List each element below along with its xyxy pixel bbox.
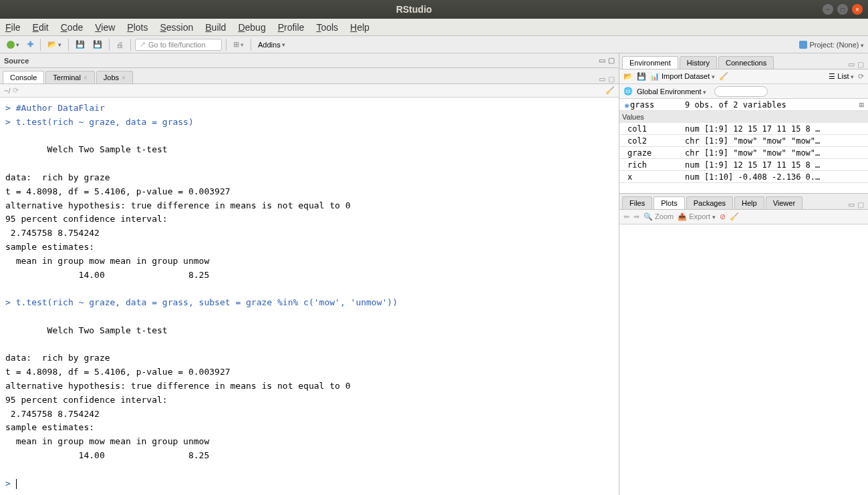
- grid-button[interactable]: ⊞ ▾: [231, 39, 247, 49]
- plots-maximize-icon[interactable]: ▢: [857, 200, 864, 209]
- plot-remove-icon[interactable]: ⊘: [720, 212, 726, 221]
- console-working-dir[interactable]: ~/: [4, 87, 10, 95]
- plots-tabs: FilesPlotsPackagesHelpViewer▭ ▢: [619, 194, 868, 210]
- plots-toolbar: ⬅ ➡ 🔍 Zoom 📤 Export ⊘ 🧹: [619, 210, 868, 224]
- tab-console[interactable]: Console: [3, 71, 44, 84]
- new-project-button[interactable]: ✚: [25, 39, 36, 49]
- menu-build[interactable]: Build: [205, 22, 226, 33]
- env-save-icon[interactable]: 💾: [637, 72, 646, 81]
- save-button[interactable]: 💾: [73, 39, 88, 49]
- tab-history[interactable]: History: [680, 56, 717, 69]
- tab-viewer[interactable]: Viewer: [766, 196, 803, 209]
- tab-connections[interactable]: Connections: [718, 56, 774, 69]
- env-toolbar: 📂 💾 📊 Import Dataset 🧹 ☰ List ⟳: [619, 69, 868, 84]
- env-globe-icon: 🌐: [623, 87, 633, 96]
- env-row-col2[interactable]: col2chr [1:9] "mow" "mow" "mow"…: [619, 135, 868, 147]
- new-file-button[interactable]: ▾: [4, 40, 22, 49]
- console-tabs: ConsoleTerminal×Jobs×▭ ▢: [0, 68, 619, 84]
- env-row-grass[interactable]: ◉grass9 obs. of 2 variables⊞: [619, 99, 868, 111]
- menu-tools[interactable]: Tools: [316, 22, 338, 33]
- env-minimize-icon[interactable]: ▭: [848, 60, 855, 69]
- project-selector[interactable]: Project: (None): [799, 41, 865, 49]
- plot-back-icon[interactable]: ⬅: [623, 212, 629, 221]
- menu-code[interactable]: Code: [61, 22, 83, 33]
- menu-plots[interactable]: Plots: [127, 22, 148, 33]
- tab-terminal[interactable]: Terminal×: [45, 71, 94, 84]
- source-pane-title: Source: [4, 57, 29, 65]
- env-values-header: Values: [619, 111, 868, 123]
- env-search-input[interactable]: [714, 86, 768, 97]
- window-maximize-button[interactable]: □: [837, 4, 848, 15]
- env-refresh-icon[interactable]: ⟳: [858, 72, 864, 81]
- menu-session[interactable]: Session: [160, 22, 193, 33]
- environment-tabs: EnvironmentHistoryConnections▭ ▢: [619, 53, 868, 69]
- tab-help[interactable]: Help: [734, 196, 764, 209]
- plot-forward-icon[interactable]: ➡: [633, 212, 639, 221]
- environment-table: ◉grass9 obs. of 2 variables⊞Valuescol1nu…: [619, 99, 868, 193]
- menu-debug[interactable]: Debug: [238, 22, 265, 33]
- menu-view[interactable]: View: [95, 22, 115, 33]
- console-output[interactable]: > #Author DataFlair > t.test(rich ~ graz…: [0, 98, 619, 495]
- plot-zoom-button[interactable]: 🔍 Zoom: [643, 212, 674, 221]
- menu-edit[interactable]: Edit: [33, 22, 49, 33]
- env-row-x[interactable]: xnum [1:10] -0.408 -2.136 0.…: [619, 171, 868, 183]
- env-view-mode[interactable]: ☰ List: [829, 72, 854, 81]
- plot-clear-icon[interactable]: 🧹: [730, 212, 739, 221]
- tab-files[interactable]: Files: [622, 196, 652, 209]
- import-dataset-dropdown[interactable]: 📊 Import Dataset: [650, 72, 715, 81]
- console-minimize-icon[interactable]: ▭: [599, 75, 605, 84]
- menu-file[interactable]: File: [5, 22, 21, 33]
- goto-file-input[interactable]: ↗Go to file/function: [135, 39, 222, 51]
- addins-dropdown[interactable]: Addins: [255, 40, 288, 49]
- menu-help[interactable]: Help: [350, 22, 370, 33]
- plot-export-dropdown[interactable]: 📤 Export: [678, 212, 715, 221]
- source-pane-header: Source ▭ ▢: [0, 53, 619, 68]
- menubar: FileEditCodeViewPlotsSessionBuildDebugPr…: [0, 19, 868, 36]
- env-maximize-icon[interactable]: ▢: [857, 60, 864, 69]
- env-scope-bar: 🌐 Global Environment: [619, 84, 868, 99]
- env-scope-dropdown[interactable]: Global Environment: [637, 88, 706, 96]
- console-clear-icon[interactable]: 🧹: [605, 86, 615, 94]
- save-all-button[interactable]: 💾: [90, 39, 105, 49]
- window-titlebar: RStudio − □ ×: [0, 0, 868, 19]
- console-refresh-icon[interactable]: ⟳: [13, 86, 19, 95]
- menu-profile[interactable]: Profile: [278, 22, 305, 33]
- env-open-icon[interactable]: 📂: [623, 72, 633, 81]
- tab-jobs[interactable]: Jobs×: [96, 71, 133, 84]
- open-file-button[interactable]: 📂▾: [45, 39, 64, 49]
- window-title: RStudio: [5, 4, 823, 15]
- env-row-col1[interactable]: col1num [1:9] 12 15 17 11 15 8 …: [619, 123, 868, 135]
- window-minimize-button[interactable]: −: [823, 4, 833, 15]
- tab-plots[interactable]: Plots: [654, 196, 684, 209]
- tab-packages[interactable]: Packages: [686, 196, 733, 209]
- env-clear-icon[interactable]: 🧹: [719, 72, 728, 81]
- print-button[interactable]: 🖨: [114, 40, 126, 49]
- window-close-button[interactable]: ×: [852, 4, 863, 15]
- plot-area: [619, 224, 868, 495]
- source-minimize-icon[interactable]: ▭: [599, 56, 605, 65]
- main-toolbar: ▾ ✚ 📂▾ 💾 💾 🖨 ↗Go to file/function ⊞ ▾ Ad…: [0, 36, 868, 53]
- console-maximize-icon[interactable]: ▢: [608, 75, 615, 84]
- source-maximize-icon[interactable]: ▢: [608, 56, 615, 65]
- tab-environment[interactable]: Environment: [622, 56, 678, 69]
- plots-minimize-icon[interactable]: ▭: [848, 200, 855, 209]
- env-row-rich[interactable]: richnum [1:9] 12 15 17 11 15 8 …: [619, 159, 868, 171]
- console-path-bar: ~/ ⟳ 🧹: [0, 84, 619, 98]
- env-row-graze[interactable]: grazechr [1:9] "mow" "mow" "mow"…: [619, 147, 868, 159]
